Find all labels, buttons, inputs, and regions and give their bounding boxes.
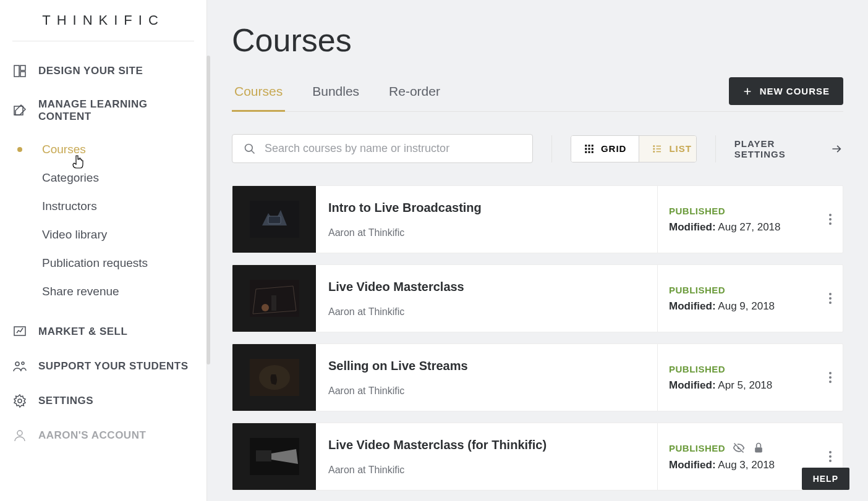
layout-icon (12, 64, 27, 78)
sidebar-item-settings[interactable]: SETTINGS (0, 384, 206, 418)
gear-icon (12, 394, 27, 408)
course-row[interactable]: Live Video Masterclass Aaron at Thinkifi… (232, 264, 843, 332)
new-course-button[interactable]: NEW COURSE (729, 77, 843, 105)
more-icon (829, 214, 832, 225)
course-meta: PUBLISHED Modified: Aug 9, 2018 (657, 265, 818, 332)
course-meta: PUBLISHED Modified: Aug 27, 2018 (657, 186, 818, 253)
page-title: Courses (232, 22, 843, 59)
sidebar-sub-instructors[interactable]: Instructors (0, 192, 206, 221)
hidden-icon (733, 442, 745, 454)
svg-point-7 (18, 399, 22, 403)
svg-point-20 (653, 148, 655, 149)
people-icon (12, 359, 27, 374)
help-button[interactable]: HELP (802, 468, 849, 490)
search-input[interactable] (265, 142, 521, 155)
user-icon (12, 428, 27, 443)
search-icon (244, 143, 256, 155)
row-menu-button[interactable] (818, 186, 843, 253)
svg-rect-17 (588, 151, 590, 153)
nav-label: DESIGN YOUR SITE (38, 65, 143, 77)
svg-point-8 (17, 431, 22, 436)
status-badge: PUBLISHED (669, 364, 725, 374)
arrow-right-icon (830, 142, 843, 156)
course-instructor: Aaron at Thinkific (328, 306, 645, 318)
sidebar-sub-video-library[interactable]: Video library (0, 221, 206, 249)
course-row[interactable]: Selling on Live Streams Aaron at Thinkif… (232, 343, 843, 411)
nav-label: SUPPORT YOUR STUDENTS (38, 360, 189, 373)
course-instructor: Aaron at Thinkific (328, 465, 645, 476)
list-view-button[interactable]: LIST (639, 136, 696, 162)
tab-reorder[interactable]: Re-order (386, 78, 443, 111)
svg-point-21 (653, 151, 655, 152)
svg-rect-12 (592, 145, 594, 146)
sidebar-subnav: Courses Categories Instructors Video lib… (0, 133, 206, 314)
svg-rect-30 (256, 450, 271, 461)
grid-icon (584, 143, 595, 154)
svg-rect-18 (592, 151, 594, 153)
svg-rect-26 (271, 295, 276, 311)
more-icon (829, 451, 832, 462)
course-info: Intro to Live Broadcasting Aaron at Thin… (316, 186, 657, 253)
svg-point-6 (22, 362, 24, 364)
edit-icon (12, 103, 27, 118)
more-icon (829, 372, 832, 383)
sidebar-item-market[interactable]: MARKET & SELL (0, 314, 206, 349)
modified-date: Modified: Apr 5, 2018 (669, 379, 807, 392)
course-info: Live Video Masterclass (for Thinkific) A… (316, 423, 657, 490)
sidebar-item-manage[interactable]: MANAGE LEARNING CONTENT (0, 88, 206, 133)
sidebar-sub-publication-requests[interactable]: Publication requests (0, 249, 206, 277)
sidebar-item-account[interactable]: AARON'S ACCOUNT (0, 418, 206, 453)
course-row[interactable]: Live Video Masterclass (for Thinkific) A… (232, 423, 843, 490)
more-icon (829, 293, 832, 304)
sidebar-sub-categories[interactable]: Categories (0, 164, 206, 192)
divider (715, 135, 716, 162)
grid-view-button[interactable]: GRID (571, 136, 639, 162)
status-badge: PUBLISHED (669, 206, 725, 216)
tabs: Courses Bundles Re-order (232, 78, 443, 111)
row-menu-button[interactable] (818, 265, 843, 332)
sidebar-item-support[interactable]: SUPPORT YOUR STUDENTS (0, 349, 206, 384)
course-title: Live Video Masterclass (328, 280, 645, 294)
course-thumbnail (232, 265, 316, 332)
svg-rect-1 (20, 65, 25, 70)
course-row[interactable]: Intro to Live Broadcasting Aaron at Thin… (232, 185, 843, 253)
course-info: Live Video Masterclass Aaron at Thinkifi… (316, 265, 657, 332)
course-meta: PUBLISHED Modified: Aug 3, 2018 (657, 423, 818, 490)
nav-label: AARON'S ACCOUNT (38, 429, 146, 442)
svg-point-9 (245, 144, 253, 151)
divider (12, 41, 194, 41)
controls-row: GRID LIST PLAYER SETTINGS (232, 134, 843, 163)
course-meta: PUBLISHED Modified: Apr 5, 2018 (657, 344, 818, 411)
tabs-row: Courses Bundles Re-order NEW COURSE (232, 77, 843, 112)
course-instructor: Aaron at Thinkific (328, 385, 645, 397)
svg-rect-16 (585, 151, 587, 153)
player-settings-link[interactable]: PLAYER SETTINGS (734, 138, 843, 159)
brand-logo: THINKIFIC (0, 12, 206, 28)
svg-point-25 (262, 304, 269, 311)
svg-point-5 (15, 362, 19, 366)
search-box[interactable] (232, 134, 533, 163)
row-menu-button[interactable] (818, 344, 843, 411)
tab-courses[interactable]: Courses (232, 78, 285, 111)
svg-rect-10 (585, 145, 587, 146)
svg-rect-0 (14, 65, 19, 77)
sidebar-sub-share-revenue[interactable]: Share revenue (0, 277, 206, 306)
nav-label: MANAGE LEARNING CONTENT (38, 98, 194, 123)
nav-label: MARKET & SELL (38, 326, 127, 338)
tab-bundles[interactable]: Bundles (310, 78, 362, 111)
player-settings-label: PLAYER SETTINGS (734, 138, 823, 159)
sidebar-item-design[interactable]: DESIGN YOUR SITE (0, 54, 206, 88)
divider (551, 135, 552, 162)
modified-date: Modified: Aug 9, 2018 (669, 300, 807, 313)
svg-rect-14 (588, 148, 590, 149)
course-thumbnail (232, 344, 316, 411)
status-badge: PUBLISHED (669, 285, 725, 295)
chart-icon (12, 324, 27, 339)
course-title: Selling on Live Streams (328, 359, 645, 373)
new-course-label: NEW COURSE (760, 86, 830, 96)
grid-label: GRID (601, 143, 627, 154)
course-instructor: Aaron at Thinkific (328, 227, 645, 238)
plus-icon (742, 86, 752, 96)
list-icon (652, 143, 663, 154)
sidebar-sub-courses[interactable]: Courses (0, 135, 206, 164)
